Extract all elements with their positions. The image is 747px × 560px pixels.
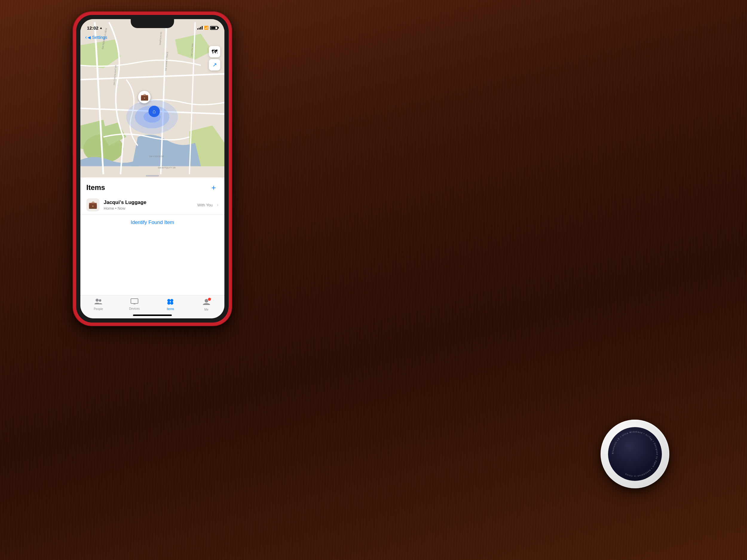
back-label: ◀ Settings [87, 35, 107, 40]
item-status: With You [197, 203, 212, 207]
panel-title: Items [86, 183, 105, 192]
chevron-right-icon: › [217, 202, 218, 208]
luggage-pin: 💼 [138, 91, 151, 103]
tab-items-label: Items [167, 307, 174, 311]
svg-point-30 [167, 302, 170, 304]
people-icon [95, 298, 102, 306]
notch [131, 19, 174, 28]
map-area[interactable]: SW PERGOLA VIEW SAMPSON RD SW COACHLIGHT… [80, 19, 224, 178]
back-chevron-icon: ‹ [85, 35, 87, 40]
me-icon [203, 298, 210, 307]
item-info: Jacqui's Luggage Home • Now [104, 199, 193, 211]
item-name: Jacqui's Luggage [104, 199, 193, 206]
luggage-pin-icon: 💼 [140, 93, 149, 101]
tab-me-label: Me [204, 308, 209, 311]
item-row[interactable]: 💼 Jacqui's Luggage Home • Now With You › [80, 195, 224, 215]
svg-text:SW ANTIQUITY DR: SW ANTIQUITY DR [158, 167, 176, 169]
svg-text:Bluetooth LE • Ultra Wideband : Bluetooth LE • Ultra Wideband • AirTag •… [612, 431, 658, 477]
tab-people[interactable]: People [80, 298, 117, 311]
time-display: 12:02 ▲ [87, 25, 102, 30]
time-text: 12:02 [87, 25, 98, 30]
identify-found-item-button[interactable]: Identify Found Item [80, 215, 224, 230]
home-pin: ⌂ [149, 106, 160, 117]
phone-screen: 12:02 ▲ 📶 [80, 19, 224, 318]
map-type-icon: 🗺 [211, 48, 217, 55]
plus-icon: + [211, 183, 216, 192]
tab-devices-label: Devices [129, 307, 140, 310]
svg-rect-24 [131, 299, 138, 303]
home-indicator [133, 315, 172, 316]
tab-people-label: People [94, 307, 103, 311]
panel-header: Items + [80, 178, 224, 195]
battery-icon [210, 26, 218, 30]
svg-point-32 [205, 299, 208, 302]
tab-items[interactable]: Items [152, 298, 188, 311]
tab-devices[interactable]: Devices [117, 298, 153, 310]
phone-body: 12:02 ▲ 📶 [76, 15, 229, 323]
map-type-button[interactable]: 🗺 [209, 46, 220, 57]
svg-point-28 [167, 299, 170, 302]
drag-handle[interactable] [146, 175, 159, 177]
tab-me[interactable]: Me [188, 298, 225, 311]
map-controls: 🗺 ↗ [209, 46, 220, 71]
compass-icon: ↗ [212, 61, 217, 68]
bottom-panel: Items + 💼 Jacqui's Luggage Home • Now Wi… [80, 178, 224, 297]
airtag-wrapper: Bluetooth LE • Ultra Wideband • AirTag •… [600, 420, 669, 488]
location-arrow-icon: ▲ [99, 26, 102, 30]
phone-wrapper: 12:02 ▲ 📶 [73, 12, 232, 325]
airtag-inner: Bluetooth LE • Ultra Wideband • AirTag •… [608, 427, 662, 481]
location-button[interactable]: ↗ [209, 59, 220, 71]
svg-point-31 [170, 302, 173, 304]
identify-label: Identify Found Item [131, 219, 174, 225]
item-icon-wrap: 💼 [86, 198, 100, 211]
wifi-icon: 📶 [204, 26, 209, 30]
signal-icon [197, 26, 203, 30]
item-luggage-icon: 💼 [88, 201, 97, 209]
svg-point-29 [170, 299, 173, 302]
item-location: Home • Now [104, 206, 193, 211]
back-nav[interactable]: ‹ ◀ Settings [85, 35, 107, 40]
airtag-ring-text-svg: Bluetooth LE • Ultra Wideband • AirTag •… [608, 427, 662, 481]
map-svg: SW PERGOLA VIEW SAMPSON RD SW COACHLIGHT… [80, 19, 224, 178]
svg-point-22 [96, 299, 99, 302]
items-icon [166, 298, 174, 306]
svg-text:SW LOGOS DR: SW LOGOS DR [149, 155, 163, 157]
add-button[interactable]: + [209, 183, 218, 192]
status-icons: 📶 [197, 26, 218, 30]
svg-point-23 [99, 299, 101, 302]
home-pin-icon: ⌂ [153, 108, 156, 115]
devices-icon [131, 298, 138, 306]
airtag-outer: Bluetooth LE • Ultra Wideband • AirTag •… [600, 420, 669, 488]
